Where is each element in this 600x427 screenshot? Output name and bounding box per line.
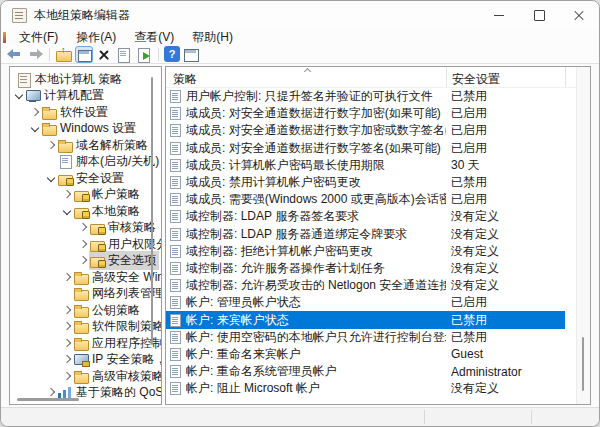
policy-row[interactable]: 域控制器: 允许易受攻击的 Netlogon 安全通道连接 没有定义 (166, 277, 565, 294)
tree-item[interactable]: 计算机配置 (10, 88, 161, 105)
expander-icon[interactable] (46, 387, 57, 398)
expander-icon[interactable] (62, 272, 73, 283)
column-divider[interactable] (446, 67, 447, 87)
policy-row[interactable]: 域控制器: 允许服务器操作者计划任务 没有定义 (166, 260, 565, 277)
policy-row[interactable]: 帐户: 重命名系统管理员帐户 Administrator (166, 363, 565, 380)
tree-item[interactable]: 网络列表管理器策略 (10, 286, 161, 303)
up-one-level-icon[interactable] (55, 46, 73, 63)
policy-setting-value: 已启用 (451, 294, 487, 311)
toolbar (1, 45, 599, 64)
policy-row[interactable]: 帐户: 重命名来宾帐户 Guest (166, 346, 565, 363)
expander-icon[interactable] (46, 140, 57, 151)
tree-item[interactable]: 软件设置 (10, 104, 161, 121)
toolbar-separator (158, 48, 159, 61)
menu-item[interactable]: 操作(A) (67, 29, 125, 45)
policy-setting-value: Guest (451, 347, 483, 361)
expander-icon[interactable] (78, 222, 89, 233)
expander-icon[interactable] (62, 338, 73, 349)
policy-row[interactable]: 帐户: 阻止 Microsoft 帐户 没有定义 (166, 380, 565, 397)
tree-item[interactable]: 安全选项 (10, 253, 161, 270)
policy-row[interactable]: 帐户: 管理员帐户状态 已启用 (166, 294, 565, 311)
minimize-button[interactable] (479, 1, 519, 29)
expander-icon[interactable] (46, 156, 57, 167)
tree-item[interactable]: 应用程序控制策略 (10, 335, 161, 352)
tree-item-label: 本地策略 (92, 203, 140, 220)
expander-icon[interactable] (62, 288, 73, 299)
expander-icon[interactable] (62, 354, 73, 365)
tree-item[interactable]: 本地计算机 策略 (10, 71, 161, 88)
expander-icon[interactable] (62, 321, 73, 332)
policy-icon (170, 228, 181, 241)
policy-setting-value: Administrator (451, 365, 522, 379)
policy-row[interactable]: 帐户: 使用空密码的本地帐户只允许进行控制台登录 已禁用 (166, 329, 565, 346)
policy-name: 用户帐户控制: 只提升签名并验证的可执行文件 (186, 88, 446, 105)
tree-item[interactable]: 帐户策略 (10, 187, 161, 204)
column-divider[interactable] (565, 67, 566, 87)
new-window-icon[interactable] (182, 46, 200, 63)
folder-lock-icon (90, 238, 105, 251)
expander-icon[interactable] (78, 255, 89, 266)
policy-row[interactable]: 用户帐户控制: 只提升签名并验证的可执行文件 已禁用 (166, 88, 565, 105)
tree-item[interactable]: 域名解析策略 (10, 137, 161, 154)
help-icon[interactable] (164, 46, 180, 62)
expander-icon[interactable] (30, 107, 41, 118)
tree-item[interactable]: 安全设置 (10, 170, 161, 187)
tree-item[interactable]: IP 安全策略，在 本地计算机 (10, 352, 161, 369)
policy-row[interactable]: 域成员: 对安全通道数据进行数字签名(如果可能) 已启用 (166, 140, 565, 157)
expander-icon[interactable] (14, 90, 25, 101)
policy-row[interactable]: 域控制器: LDAP 服务器签名要求 没有定义 (166, 208, 565, 225)
delete-icon[interactable] (95, 46, 113, 63)
status-bar-divider (424, 410, 425, 424)
policy-name: 域成员: 对安全通道数据进行数字加密(如果可能) (186, 105, 446, 122)
export-list-icon[interactable] (135, 46, 153, 63)
policy-row[interactable]: 帐户: 来宾帐户状态 已禁用 (166, 311, 565, 328)
tree-item[interactable]: 用户权限分配 (10, 236, 161, 253)
show-console-tree-icon[interactable] (75, 46, 93, 63)
expander-icon[interactable] (30, 123, 41, 134)
list-scrollbar-track[interactable] (576, 67, 590, 404)
policy-name: 域成员: 对安全通道数据进行数字加密或数字签名(始终) (186, 122, 446, 139)
properties-icon[interactable] (115, 46, 133, 63)
policy-name: 域控制器: 允许服务器操作者计划任务 (186, 260, 446, 277)
tree-item[interactable]: 审核策略 (10, 220, 161, 237)
list-vertical-scrollbar[interactable] (582, 337, 584, 391)
policy-row[interactable]: 域成员: 禁用计算机帐户密码更改 已禁用 (166, 174, 565, 191)
policy-row[interactable]: 域成员: 需要强(Windows 2000 或更高版本)会话密钥 已启用 (166, 191, 565, 208)
menu-item[interactable]: 帮助(H) (183, 29, 242, 45)
tree-item-label: 帐户策略 (92, 186, 140, 203)
policy-row[interactable]: 域控制器: LDAP 服务器通道绑定令牌要求 没有定义 (166, 226, 565, 243)
back-icon[interactable] (6, 46, 24, 63)
policy-row[interactable]: 域成员: 对安全通道数据进行数字加密或数字签名(始终) 已启用 (166, 122, 565, 139)
tree-item[interactable]: 软件限制策略 (10, 319, 161, 336)
policy-row[interactable]: 域成员: 计算机帐户密码最长使用期限 30 天 (166, 157, 565, 174)
tree-item[interactable]: 公钥策略 (10, 302, 161, 319)
tree-vertical-scrollbar[interactable] (151, 77, 153, 345)
tree-item[interactable]: 本地策略 (10, 203, 161, 220)
maximize-button[interactable] (519, 1, 559, 29)
menu-item[interactable]: 查看(V) (125, 29, 183, 45)
tree-item[interactable]: 高级审核策略配置 (10, 368, 161, 385)
forward-icon[interactable] (26, 46, 44, 63)
folder-icon (42, 122, 57, 135)
tree-item[interactable]: 脚本(启动/关机) (10, 154, 161, 171)
column-header-security-setting[interactable]: 安全设置 (452, 71, 500, 88)
policy-row[interactable]: 域成员: 对安全通道数据进行数字加密(如果可能) 已启用 (166, 105, 565, 122)
policy-icon (170, 279, 181, 292)
expander-icon[interactable] (78, 239, 89, 250)
tree-item[interactable]: 高级安全 Windows Defender 防火墙 (10, 269, 161, 286)
column-header-policy[interactable]: 策略 (173, 71, 197, 88)
close-button[interactable] (559, 1, 599, 29)
menu-item[interactable]: 文件(F) (10, 29, 67, 45)
tree-item[interactable]: Windows 设置 (10, 121, 161, 138)
expander-icon[interactable] (62, 206, 73, 217)
expander-icon[interactable] (46, 173, 57, 184)
expander-icon[interactable] (62, 305, 73, 316)
policy-setting-value: 没有定义 (451, 208, 499, 225)
expander-icon[interactable] (62, 371, 73, 382)
policy-name: 域控制器: 拒绝计算机帐户密码更改 (186, 243, 446, 260)
policy-icon (170, 107, 181, 120)
tree-horizontal-scrollbar[interactable] (17, 398, 79, 401)
policy-row[interactable]: 域控制器: 拒绝计算机帐户密码更改 没有定义 (166, 243, 565, 260)
title-bar: 本地组策略编辑器 (1, 1, 599, 29)
expander-icon[interactable] (62, 189, 73, 200)
